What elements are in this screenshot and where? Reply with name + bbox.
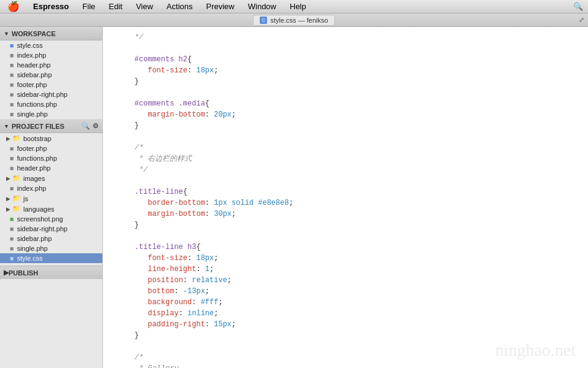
folder-icon: 📁 — [12, 134, 21, 142]
folder-label: js — [23, 195, 28, 202]
pf-sidebar-right-php[interactable]: ■ sidebar-right.php — [0, 224, 102, 234]
code-editor[interactable]: */ #comments h2{ font-size: 18px; } — [103, 27, 588, 368]
sidebar-item-single-php[interactable]: ■ single.php — [0, 109, 102, 119]
php-icon: ■ — [10, 61, 14, 69]
php-icon: ■ — [10, 235, 14, 242]
line-text: line-height: 1; — [121, 264, 588, 275]
code-line: margin-bottom: 30px; — [103, 209, 588, 220]
code-line — [103, 231, 588, 242]
line-text: * 右边栏的样式 — [121, 153, 588, 164]
code-line: } — [103, 76, 588, 87]
sidebar-item-label: index.php — [17, 52, 47, 59]
code-line: * 右边栏的样式 — [103, 153, 588, 164]
sidebar-item-label: sidebar.php — [17, 235, 52, 242]
line-text: /* — [121, 142, 588, 153]
menu-window[interactable]: Window — [246, 1, 279, 12]
sidebar-item-style-css[interactable]: ■ style.css — [0, 40, 102, 50]
folder-languages[interactable]: ▶ 📁 languages — [0, 204, 102, 214]
sidebar-item-label: footer.php — [17, 145, 47, 152]
menu-preview[interactable]: Preview — [204, 1, 237, 12]
code-line: } — [103, 220, 588, 231]
code-line: border-bottom: 1px solid #e8e8e8; — [103, 197, 588, 209]
tab-label: style.css — fenikso — [270, 17, 328, 24]
active-tab[interactable]: C style.css — fenikso — [253, 15, 334, 26]
php-icon: ■ — [10, 155, 14, 162]
folder-triangle: ▶ — [6, 196, 10, 202]
line-text: * Gallery — [121, 363, 588, 368]
php-icon: ■ — [10, 52, 14, 59]
menu-actions[interactable]: Actions — [164, 1, 195, 12]
pf-screenshot-png[interactable]: ■ screenshot.png — [0, 214, 102, 224]
menu-espresso[interactable]: Espresso — [31, 1, 72, 12]
apple-menu[interactable]: 🍎 — [5, 0, 22, 13]
code-line: background: #fff; — [103, 297, 588, 308]
main-layout: ▼ WORKSPACE ■ style.css ■ index.php ■ he… — [0, 27, 588, 368]
pf-sidebar-php[interactable]: ■ sidebar.php — [0, 234, 102, 243]
sidebar-item-index-php[interactable]: ■ index.php — [0, 50, 102, 60]
project-files-section-header: ▼ PROJECT FILES 🔍 ⚙ — [0, 119, 102, 133]
pf-style-css-selected[interactable]: ■ style.css — [0, 253, 102, 263]
line-text: } — [121, 330, 588, 341]
menu-file[interactable]: File — [80, 1, 98, 12]
pf-functions-php[interactable]: ■ functions.php — [0, 153, 102, 163]
code-line: */ — [103, 164, 588, 175]
php-icon: ■ — [10, 110, 14, 118]
code-line — [103, 175, 588, 186]
line-text: } — [121, 120, 588, 131]
sidebar-item-header-php[interactable]: ■ header.php — [0, 60, 102, 70]
sidebar-item-label: screenshot.png — [17, 215, 63, 223]
menu-view[interactable]: View — [134, 1, 156, 12]
folder-images[interactable]: ▶ 📁 images — [0, 173, 102, 183]
sidebar-item-footer-php[interactable]: ■ footer.php — [0, 80, 102, 90]
line-text: background: #fff; — [121, 297, 588, 308]
folder-icon: 📁 — [12, 174, 21, 182]
expand-button[interactable]: ⤢ — [579, 16, 584, 24]
workspace-label: WORKSPACE — [12, 30, 56, 37]
menu-bar: 🍎 Espresso File Edit View Actions Previe… — [0, 0, 588, 13]
css-icon: ■ — [10, 42, 14, 49]
line-text: font-size: 18px; — [121, 253, 588, 264]
line-text: /* — [121, 352, 588, 363]
search-project-icon[interactable]: 🔍 — [81, 122, 90, 130]
php-icon: ■ — [10, 81, 14, 88]
code-line: display: inline; — [103, 308, 588, 319]
code-line: bottom: -13px; — [103, 286, 588, 297]
folder-icon: 📁 — [12, 205, 21, 213]
code-line: #comments h2{ — [103, 54, 588, 65]
pf-single-php[interactable]: ■ single.php — [0, 243, 102, 253]
line-text: padding-right: 15px; — [121, 319, 588, 330]
line-text: .title-line{ — [121, 186, 588, 197]
line-text: */ — [121, 32, 588, 43]
menu-edit[interactable]: Edit — [107, 1, 125, 12]
project-files-icons: 🔍 ⚙ — [81, 122, 99, 130]
code-line: * Gallery — [103, 363, 588, 368]
sidebar-item-sidebar-php[interactable]: ■ sidebar.php — [0, 70, 102, 80]
search-icon[interactable]: 🔍 — [573, 2, 583, 11]
css-icon: ■ — [10, 255, 14, 262]
folder-bootstrap[interactable]: ▶ 📁 bootstrap — [0, 133, 102, 144]
sidebar-item-label: style.css — [17, 42, 43, 49]
line-text: display: inline; — [121, 308, 588, 319]
pf-header-php[interactable]: ■ header.php — [0, 163, 102, 173]
code-line: #comments .media{ — [103, 98, 588, 109]
code-line: .title-line h3{ — [103, 242, 588, 253]
img-icon: ■ — [10, 215, 14, 223]
pf-footer-php[interactable]: ■ footer.php — [0, 144, 102, 153]
code-line: /* — [103, 352, 588, 363]
code-line: position: relative; — [103, 275, 588, 286]
sidebar-item-sidebar-right-php[interactable]: ■ sidebar-right.php — [0, 90, 102, 99]
line-text: margin-bottom: 20px; — [121, 109, 588, 120]
code-line: font-size: 18px; — [103, 65, 588, 76]
sidebar-item-label: header.php — [17, 164, 51, 172]
sidebar-item-functions-php[interactable]: ■ functions.php — [0, 99, 102, 109]
publish-label: PUBLISH — [9, 269, 38, 277]
sidebar-item-label: footer.php — [17, 81, 47, 88]
settings-icon[interactable]: ⚙ — [92, 122, 99, 130]
code-line — [103, 43, 588, 54]
folder-js[interactable]: ▶ 📁 js — [0, 193, 102, 204]
php-icon: ■ — [10, 164, 14, 172]
menu-help[interactable]: Help — [287, 1, 309, 12]
pf-index-php[interactable]: ■ index.php — [0, 183, 102, 193]
code-line: } — [103, 330, 588, 341]
line-text: } — [121, 220, 588, 231]
